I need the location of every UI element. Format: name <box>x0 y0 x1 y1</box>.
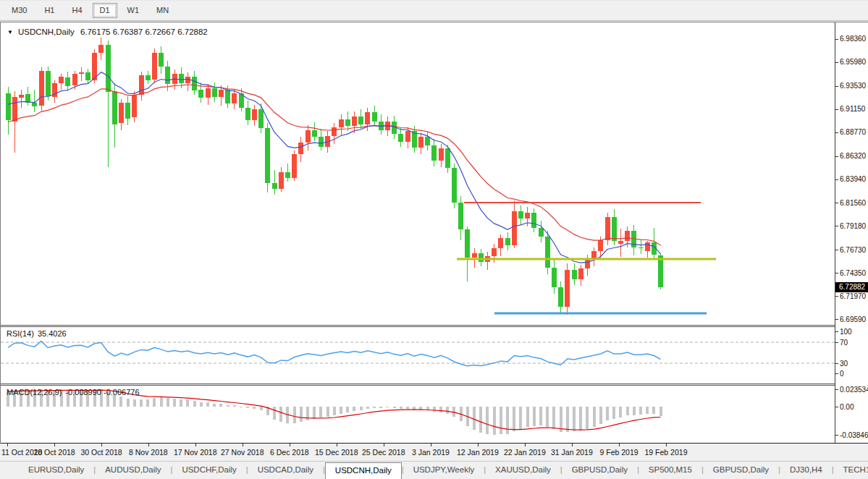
rsi-axis-label: 70 <box>840 339 848 347</box>
tab-tech100-[interactable]: TECH100, <box>834 462 868 479</box>
axis-tick <box>835 363 838 364</box>
date-label: 6 Dec 2018 <box>270 448 309 457</box>
mt4-window: M30H1H4D1W1MN ▼ USDCNH,Daily 6.76175 6.7… <box>0 0 868 479</box>
date-label: 8 Nov 2018 <box>129 448 168 457</box>
date-tick <box>384 444 384 446</box>
timeframe-button-h4[interactable]: H4 <box>64 3 89 18</box>
axis-tick <box>835 331 838 332</box>
macd-axis-label: 0.00 <box>840 403 854 411</box>
date-label: 3 Jan 2019 <box>412 448 450 457</box>
date-tick <box>478 444 479 446</box>
macd-axis-label: 0.023534 <box>840 386 868 394</box>
macd-axis-label: -0.038466 <box>840 431 868 439</box>
tab-usdcnh-daily[interactable]: USDCNH,Daily <box>325 462 402 479</box>
axis-tick <box>835 342 838 343</box>
date-label: 19 Feb 2019 <box>645 448 688 457</box>
price-axis[interactable]: 6.983606.959806.935306.911506.887706.863… <box>835 22 868 443</box>
price-axis-label: 6.76730 <box>840 246 866 254</box>
price-axis-label: 6.95980 <box>840 58 866 66</box>
chart-symbol-label: USDCNH,Daily <box>18 27 75 36</box>
timeframe-button-mn[interactable]: MN <box>149 3 176 18</box>
date-tick <box>243 444 243 446</box>
date-label: 22 Jan 2019 <box>504 448 546 457</box>
tab-usdcad-daily[interactable]: USDCAD,Daily <box>248 462 323 479</box>
tab-gbpusd-daily[interactable]: GBPUSD,Daily <box>562 462 637 479</box>
axis-tick <box>835 389 838 390</box>
date-axis[interactable]: 11 Oct 201820 Oct 201830 Oct 20188 Nov 2… <box>0 444 868 461</box>
price-axis-label: 6.81560 <box>840 199 866 207</box>
price-chart-pane[interactable] <box>1 25 835 325</box>
ma-slow-line <box>8 85 661 245</box>
axis-tick <box>835 62 838 63</box>
date-tick <box>572 444 573 446</box>
price-axis-label: 6.74350 <box>840 269 866 277</box>
price-axis-label: 6.83940 <box>840 175 866 183</box>
timeframe-button-w1[interactable]: W1 <box>120 3 147 18</box>
price-axis-label: 6.79180 <box>840 222 866 230</box>
date-tick <box>195 444 196 446</box>
date-tick <box>525 444 526 446</box>
date-tick <box>337 444 337 446</box>
price-axis-label: 6.71970 <box>840 292 866 300</box>
date-label: 30 Oct 2018 <box>81 448 122 457</box>
rsi-axis-label: 100 <box>840 328 852 336</box>
rsi-indicator-label: RSI(14)35.4026 <box>7 329 67 338</box>
date-label: 25 Dec 2018 <box>362 448 405 457</box>
tab-usdjpy-weekly[interactable]: USDJPY,Weekly <box>404 462 484 479</box>
price-axis-label: 6.69590 <box>840 315 866 323</box>
timeframe-toolbar: M30H1H4D1W1MN <box>0 0 868 21</box>
axis-tick <box>835 250 838 250</box>
chart-window: ▼ USDCNH,Daily 6.76175 6.76387 6.72667 6… <box>0 22 868 444</box>
date-tick <box>431 444 431 446</box>
current-price-box: 6.72882 <box>835 282 868 292</box>
axis-tick <box>835 435 838 436</box>
timeframe-button-d1[interactable]: D1 <box>93 3 117 18</box>
tab-xauusd-daily[interactable]: XAUUSD,Daily <box>486 462 560 479</box>
date-label: 27 Nov 2018 <box>221 448 264 457</box>
candles-layer <box>6 38 664 315</box>
axis-tick <box>835 373 838 374</box>
tab-dj30-h4[interactable]: DJ30,H4 <box>780 462 832 479</box>
axis-tick <box>835 39 838 40</box>
axis-tick <box>835 179 838 180</box>
date-label: 20 Oct 2018 <box>34 448 75 457</box>
chart-title: ▼ USDCNH,Daily 6.76175 6.76387 6.72667 6… <box>7 27 208 36</box>
timeframe-button-h1[interactable]: H1 <box>37 3 62 18</box>
date-label: 9 Feb 2019 <box>600 448 639 457</box>
macd-indicator-label: MACD(12,26,9)-0.008990 -0.006776 <box>7 388 140 397</box>
price-axis-label: 6.93530 <box>840 82 866 90</box>
tab-sp500-m15[interactable]: SP500,M15 <box>639 462 701 479</box>
date-label: 31 Jan 2019 <box>551 448 593 457</box>
rsi-axis-label: 30 <box>840 360 848 368</box>
axis-tick <box>835 132 838 133</box>
price-axis-label: 6.86320 <box>840 152 866 160</box>
axis-tick <box>835 273 838 274</box>
date-tick <box>101 444 102 446</box>
chart-ohlc-values: 6.76175 6.76387 6.72667 6.72882 <box>80 27 208 36</box>
rsi-line <box>8 342 661 366</box>
ma-fast-line <box>8 72 661 263</box>
timeframe-button-m30[interactable]: M30 <box>4 3 34 18</box>
tab-gbpusd-daily[interactable]: GBPUSD,Daily <box>704 462 778 479</box>
price-axis-label: 6.88770 <box>840 128 866 136</box>
rsi-axis-label: 0 <box>840 370 844 378</box>
axis-tick <box>835 319 838 320</box>
date-label: 15 Dec 2018 <box>315 448 358 457</box>
axis-tick <box>835 86 838 87</box>
date-tick <box>148 444 149 446</box>
tab-eurusd-daily[interactable]: EURUSD,Daily <box>19 462 93 479</box>
date-tick <box>619 444 620 446</box>
rsi-pane[interactable] <box>1 327 835 383</box>
tab-audusd-daily[interactable]: AUDUSD,Daily <box>96 462 170 479</box>
price-axis-label: 6.91150 <box>840 105 865 113</box>
date-tick <box>54 444 55 446</box>
tab-usdchf-daily[interactable]: USDCHF,Daily <box>172 462 245 479</box>
axis-tick <box>835 296 838 297</box>
axis-tick <box>835 407 838 407</box>
axis-tick <box>835 156 838 157</box>
chevron-down-icon[interactable]: ▼ <box>7 29 13 35</box>
axis-tick <box>835 109 838 110</box>
date-tick <box>666 444 667 446</box>
date-label: 17 Nov 2018 <box>174 448 217 457</box>
axis-tick <box>835 226 838 226</box>
